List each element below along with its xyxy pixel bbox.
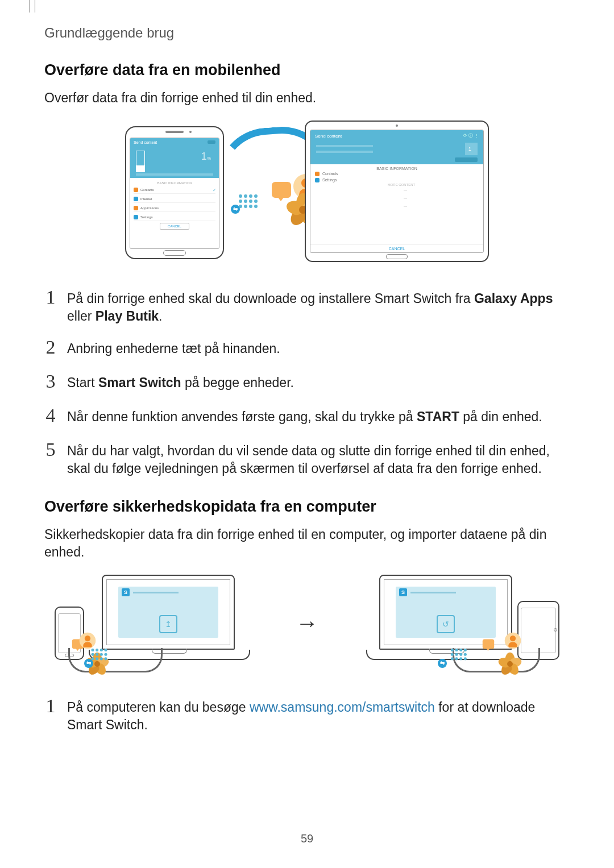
upload-icon: ↥ [159,615,177,633]
step-text: På din forrige enhed skal du downloade o… [67,290,570,325]
step-text: Når denne funktion anvendes første gang,… [67,408,570,427]
section2-intro: Sikkerhedskopier data fra din forrige en… [44,526,570,561]
usb-cable-icon [453,648,540,672]
list-label: BASIC INFORMATION [134,181,215,185]
phone-device-icon: Send content 1% BASIC INFORMATION Contac… [125,126,224,259]
section2-title: Overføre sikkerhedskopidata fra en compu… [44,498,570,516]
step-number: 1 [44,288,57,323]
step-number: 4 [44,406,57,425]
page-tab-mark [30,0,35,13]
step-number: 3 [44,372,57,391]
step-text: Når du har valgt, hvordan du vil sende d… [67,442,570,477]
smartswitch-link[interactable]: www.samsung.com/smartswitch [250,700,435,715]
usb-cable-icon [68,648,163,672]
step-text: Start Smart Switch på begge enheder. [67,374,570,393]
step-number: 5 [44,440,57,475]
wifi-circle-icon: ⇆ [231,205,240,214]
arrow-right-icon: → [296,610,318,636]
section1-intro: Overfør data fra din forrige enhed til d… [44,89,570,107]
cancel-button: CANCEL [160,223,189,230]
page-number: 59 [0,832,614,845]
step-text: På computeren kan du besøge www.samsung.… [67,699,570,734]
section2-steps: 1 På computeren kan du besøge www.samsun… [44,699,570,734]
figure-mobile-transfer: Send content 1% BASIC INFORMATION Contac… [44,121,570,265]
tablet-device-icon: Send content ⟳ ⓘ ⋮ 1 BASIC INFORMATION C… [305,121,489,262]
running-header: Grundlæggende brug [44,25,570,41]
gallery-flower-icon [499,653,522,676]
laptop-icon: S ↺ [366,575,525,660]
section1-title: Overføre data fra en mobilenhed [44,61,570,79]
step-number: 2 [44,338,57,357]
wifi-dots-icon [239,194,258,208]
transfer-percent: 1 [201,151,207,162]
smartswitch-title: Send content [134,140,157,144]
figure-computer-backup: S ↥ ⇆ → [44,575,570,674]
step-text: Anbring enhederne tæt på hinanden. [67,340,570,359]
wifi-circle-icon: ⇆ [438,659,447,668]
message-bubble-icon [483,639,494,649]
step-number: 1 [44,696,57,732]
laptop-icon: S ↥ [89,575,248,660]
restore-icon: ↺ [437,615,455,633]
section1-steps: 1 På din forrige enhed skal du downloade… [44,290,570,477]
